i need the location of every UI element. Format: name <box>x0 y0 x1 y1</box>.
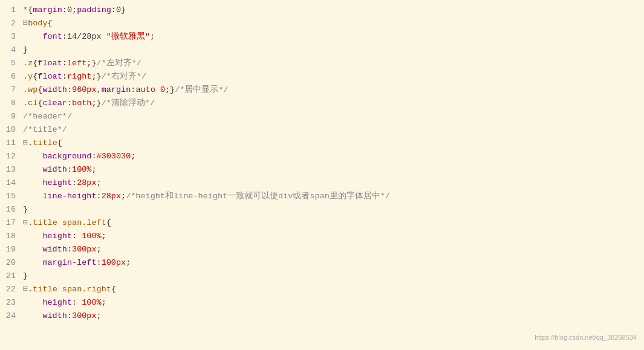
line-number: 14 <box>0 177 22 190</box>
token: ; <box>102 232 106 241</box>
token: ; <box>97 178 102 187</box>
line-content: .y{float:right;}/*右对齐*/ <box>22 70 644 83</box>
line-content: /*header*/ <box>22 110 644 123</box>
token: .z <box>23 59 33 68</box>
line-content: } <box>22 44 644 57</box>
token: width <box>42 245 67 254</box>
token: margin-left <box>42 258 96 267</box>
token: : <box>67 99 72 108</box>
token <box>23 178 42 187</box>
token: : <box>67 85 72 94</box>
token: : <box>97 258 102 267</box>
table-row: 7.wp{width:960px,margin:auto 0;}/*居中显示*/ <box>0 83 644 97</box>
token: .title <box>28 138 57 147</box>
token: /*右对齐*/ <box>102 72 146 81</box>
line-number: 6 <box>0 70 22 83</box>
token: : <box>91 152 96 161</box>
line-content: height: 100%; <box>22 296 644 309</box>
token: .cl <box>23 99 37 108</box>
token: : <box>97 192 102 201</box>
token: : <box>62 72 67 81</box>
line-content: height: 100%; <box>22 230 644 243</box>
token: ; <box>150 32 155 41</box>
token <box>23 258 42 267</box>
token: left <box>67 59 86 68</box>
table-row: 19 width:300px; <box>0 243 644 256</box>
token: right <box>67 72 92 81</box>
token: /*清除浮动*/ <box>102 99 155 108</box>
token <box>23 245 42 254</box>
token <box>23 311 42 320</box>
token: , <box>97 85 102 94</box>
token: } <box>23 271 28 280</box>
table-row: 24 width:300px; <box>0 309 644 323</box>
line-number: 22 <box>0 283 22 296</box>
token: : <box>62 59 67 68</box>
line-number: 7 <box>0 83 22 97</box>
token: ; <box>121 192 126 201</box>
token: height <box>42 178 72 187</box>
token <box>23 32 42 41</box>
table-row: 18 height: 100%; <box>0 230 644 243</box>
token: } <box>23 205 28 214</box>
token <box>23 192 42 201</box>
token: .title span.left <box>28 218 106 227</box>
token <box>23 298 42 307</box>
line-number: 21 <box>0 270 22 283</box>
token: .y <box>23 72 33 81</box>
token: auto 0 <box>135 85 165 94</box>
token: { <box>57 138 62 147</box>
line-number: 9 <box>0 110 22 123</box>
token <box>23 152 42 161</box>
token: #303030 <box>97 152 131 161</box>
table-row: 6.y{float:right;}/*右对齐*/ <box>0 70 644 83</box>
token: width <box>42 311 67 320</box>
line-number: 17 <box>0 216 22 230</box>
token: /*title*/ <box>23 125 67 134</box>
token: : <box>67 311 72 320</box>
table-row: 23 height: 100%; <box>0 296 644 309</box>
token: : <box>72 232 82 241</box>
line-content: } <box>22 270 644 283</box>
table-row: 15 line-height:28px;/*height和line-height… <box>0 190 644 203</box>
table-row: 1*{margin:0;padding:0} <box>0 4 644 17</box>
line-content: ⊟.title span.left{ <box>22 216 644 230</box>
token: /*height和line-height一致就可以使div或者span里的字体居… <box>126 192 390 201</box>
token: { <box>111 285 116 294</box>
line-number: 15 <box>0 190 22 203</box>
token: { <box>106 218 111 227</box>
table-row: 8.cl{clear:both;}/*清除浮动*/ <box>0 97 644 110</box>
token: "微软雅黑" <box>106 32 150 41</box>
token: 100% <box>82 232 101 241</box>
token: /*左对齐*/ <box>97 59 141 68</box>
line-number: 20 <box>0 256 22 270</box>
line-content: width:300px; <box>22 243 644 256</box>
token: font <box>42 32 62 41</box>
token: height <box>42 232 72 241</box>
token: height <box>42 298 72 307</box>
line-number: 5 <box>0 57 22 70</box>
table-row: 4} <box>0 44 644 57</box>
line-content: } <box>22 203 644 216</box>
token: margin <box>102 85 131 94</box>
token: padding <box>77 5 111 15</box>
token: 28px <box>77 178 96 187</box>
line-content: height:28px; <box>22 177 644 190</box>
token: ; <box>97 311 102 320</box>
line-number: 1 <box>0 4 22 17</box>
token: : <box>72 178 77 187</box>
table-row: 9/*header*/ <box>0 110 644 123</box>
token: * <box>23 5 28 15</box>
table-row: 13 width:100%; <box>0 163 644 177</box>
token: .title span.right <box>28 285 111 294</box>
table-row: 16} <box>0 203 644 216</box>
table-row: 14 height:28px; <box>0 177 644 190</box>
line-number: 2 <box>0 17 22 30</box>
line-number: 23 <box>0 296 22 309</box>
token: /*header*/ <box>23 112 72 121</box>
line-number: 8 <box>0 97 22 110</box>
line-content: line-height:28px;/*height和line-height一致就… <box>22 190 644 203</box>
token: ; <box>91 165 96 174</box>
line-number: 16 <box>0 203 22 216</box>
line-number: 24 <box>0 309 22 323</box>
